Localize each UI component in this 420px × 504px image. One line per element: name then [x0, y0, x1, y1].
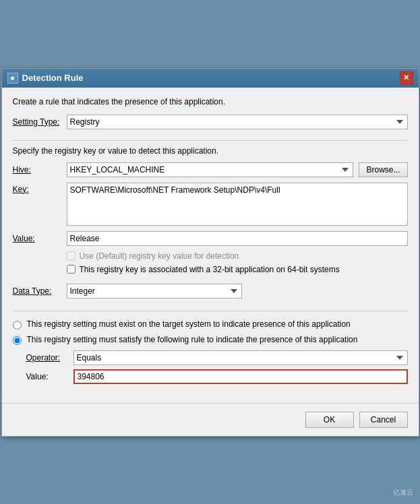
checkbox2[interactable]	[67, 265, 76, 274]
radio1[interactable]	[13, 321, 22, 329]
radio2[interactable]	[13, 336, 22, 345]
operator-row: Operator: Equals Not equal to Greater th…	[26, 350, 408, 365]
operator-select[interactable]: Equals Not equal to Greater than Greater…	[73, 350, 408, 365]
radio1-label: This registry setting must exist on the …	[27, 319, 351, 329]
checkbox2-row: This registry key is associated with a 3…	[67, 265, 408, 274]
radio-section: This registry setting must exist on the …	[13, 311, 408, 388]
data-type-label: Data Type:	[13, 286, 67, 296]
intro-text: Create a rule that indicates the presenc…	[13, 97, 408, 106]
radio1-row: This registry setting must exist on the …	[13, 319, 408, 329]
checkbox1[interactable]	[67, 251, 76, 260]
hive-row: Hive: HKEY_LOCAL_MACHINE HKEY_CURRENT_US…	[13, 162, 408, 177]
operator-label: Operator:	[26, 353, 73, 363]
detection-rule-dialog: ■ Detection Rule ✕ Create a rule that in…	[1, 68, 419, 437]
setting-type-label: Setting Type:	[13, 117, 67, 127]
op-value-row: Value:	[26, 369, 408, 384]
watermark: 亿速云	[393, 488, 413, 497]
hive-label: Hive:	[13, 165, 67, 175]
radio2-row: This registry setting must satisfy the f…	[13, 335, 408, 345]
divider1	[13, 140, 408, 141]
data-type-select[interactable]: Integer String Version Boolean	[67, 284, 242, 298]
ok-button[interactable]: OK	[305, 412, 354, 428]
dialog-body: Create a rule that indicates the presenc…	[2, 88, 419, 398]
operator-section: Operator: Equals Not equal to Greater th…	[26, 350, 408, 388]
data-type-row: Data Type: Integer String Version Boolea…	[13, 284, 408, 298]
checkbox2-label: This registry key is associated with a 3…	[80, 265, 340, 274]
checkbox1-label: Use (Default) registry key value for det…	[80, 251, 239, 261]
checkbox1-row: Use (Default) registry key value for det…	[67, 251, 408, 261]
op-value-label: Value:	[26, 372, 73, 381]
radio2-label: This registry setting must satisfy the f…	[27, 335, 358, 344]
setting-type-row: Setting Type: Registry	[13, 115, 408, 129]
dialog-title: Detection Rule	[22, 73, 84, 83]
section2-label: Specify the registry key or value to det…	[13, 146, 408, 156]
title-bar-left: ■ Detection Rule	[7, 73, 84, 84]
browse-button[interactable]: Browse...	[359, 162, 407, 177]
value-label: Value:	[13, 234, 67, 243]
close-button[interactable]: ✕	[400, 71, 413, 85]
setting-type-select[interactable]: Registry	[67, 115, 408, 129]
cancel-button[interactable]: Cancel	[359, 412, 408, 428]
dialog-icon: ■	[7, 73, 18, 84]
hive-select[interactable]: HKEY_LOCAL_MACHINE HKEY_CURRENT_USER HKE…	[67, 162, 354, 177]
key-label: Key:	[13, 183, 67, 194]
key-row: Key: SOFTWARE\Microsoft\NET Framework Se…	[13, 183, 408, 226]
value-input[interactable]	[67, 231, 408, 246]
key-textarea[interactable]: SOFTWARE\Microsoft\NET Framework Setup\N…	[67, 183, 408, 226]
title-bar: ■ Detection Rule ✕	[2, 69, 419, 88]
dialog-footer: OK Cancel	[2, 403, 419, 436]
value-row: Value:	[13, 231, 408, 246]
op-value-input[interactable]	[73, 369, 408, 384]
